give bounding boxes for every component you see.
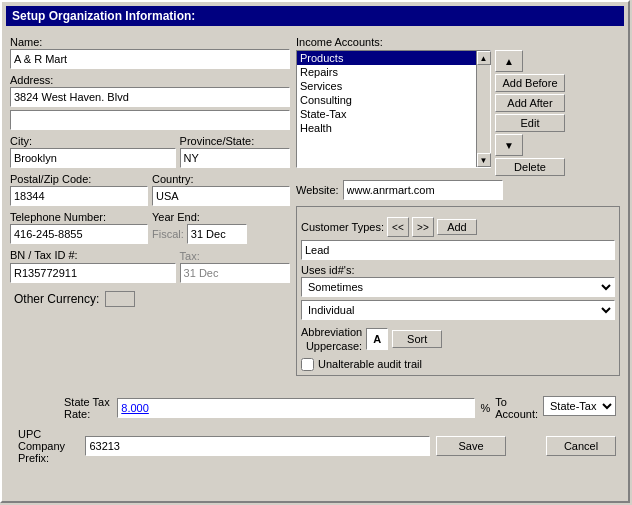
income-accounts-section: Income Accounts: Products Repairs Servic… — [296, 36, 620, 176]
income-buttons: ▲ Add Before Add After Edit ▼ Delete — [495, 50, 565, 176]
tax-date-input[interactable] — [180, 263, 290, 283]
telephone-yearend-group: Telephone Number: Year End: Fiscal: — [10, 211, 290, 244]
customer-types-label: Customer Types: — [301, 221, 384, 233]
bn-input[interactable] — [10, 263, 176, 283]
move-down-button[interactable]: ▼ — [495, 134, 523, 156]
scroll-track — [477, 65, 490, 153]
address1-input[interactable] — [10, 87, 290, 107]
state-tax-label: State Tax Rate: — [64, 396, 112, 420]
website-row: Website: — [296, 180, 620, 200]
title-bar: Setup Organization Information: — [6, 6, 624, 26]
to-account-select[interactable]: State-Tax Products Repairs Services — [543, 396, 616, 416]
list-item[interactable]: Health — [297, 121, 476, 135]
add-after-button[interactable]: Add After — [495, 94, 565, 112]
other-currency-label: Other Currency: — [14, 292, 99, 306]
country-label: Country: — [152, 173, 290, 185]
move-up-button[interactable]: ▲ — [495, 50, 523, 72]
add-before-button[interactable]: Add Before — [495, 74, 565, 92]
scroll-up-arrow[interactable]: ▲ — [477, 51, 491, 65]
customer-type-next-button[interactable]: >> — [412, 217, 434, 237]
address-label: Address: — [10, 74, 290, 86]
type-select[interactable]: Individual Business — [301, 300, 615, 320]
main-dialog: Setup Organization Information: Name: Ad… — [0, 0, 630, 503]
right-column: Income Accounts: Products Repairs Servic… — [296, 36, 620, 376]
customer-type-prev-button[interactable]: << — [387, 217, 409, 237]
abbreviation-value[interactable]: A — [366, 328, 388, 350]
edit-button[interactable]: Edit — [495, 114, 565, 132]
percent-sign: % — [480, 402, 490, 414]
customer-types-row: Customer Types: << >> Add — [301, 217, 615, 237]
abbreviation-row: AbbreviationUppercase: A Sort — [301, 325, 615, 354]
listbox-scrollbar: ▲ ▼ — [476, 51, 490, 167]
postal-country-group: Postal/Zip Code: Country: — [10, 173, 290, 206]
abbreviation-label: AbbreviationUppercase: — [301, 325, 362, 354]
list-item[interactable]: Products — [297, 51, 476, 65]
city-province-labels: City: Province/State: — [10, 135, 290, 148]
bn-label: BN / Tax ID #: — [10, 249, 176, 261]
postal-input[interactable] — [10, 186, 148, 206]
name-label: Name: — [10, 36, 290, 48]
income-listbox: Products Repairs Services Consulting Sta… — [296, 50, 491, 168]
tax-label: Tax: — [180, 250, 200, 262]
income-accounts-label: Income Accounts: — [296, 36, 620, 48]
sort-button[interactable]: Sort — [392, 330, 442, 348]
list-item[interactable]: Consulting — [297, 93, 476, 107]
telephone-label: Telephone Number: — [10, 211, 148, 223]
fiscal-input[interactable] — [187, 224, 247, 244]
uses-id-label: Uses id#'s: — [301, 264, 615, 276]
content-area: Name: Address: City: Province/State: — [6, 32, 624, 380]
province-input[interactable] — [180, 148, 290, 168]
unalterable-checkbox[interactable] — [301, 358, 314, 371]
province-label: Province/State: — [180, 135, 290, 147]
customer-types-panel: Customer Types: << >> Add Uses id#'s: So… — [296, 206, 620, 376]
bottom-section: State Tax Rate: % To Account: State-Tax … — [6, 388, 624, 464]
left-column: Name: Address: City: Province/State: — [10, 36, 290, 376]
city-province-inputs — [10, 148, 290, 168]
upc-row: UPC Company Prefix: Save Cancel — [14, 428, 616, 464]
save-button[interactable]: Save — [436, 436, 506, 456]
upc-label: UPC Company Prefix: — [18, 428, 79, 464]
tax-rate-row: State Tax Rate: % To Account: State-Tax … — [14, 396, 616, 420]
dialog-title: Setup Organization Information: — [12, 9, 195, 23]
city-province-group: City: Province/State: — [10, 135, 290, 168]
name-group: Name: — [10, 36, 290, 69]
unalterable-checkbox-row: Unalterable audit trail — [301, 358, 615, 371]
delete-button[interactable]: Delete — [495, 158, 565, 176]
state-tax-input[interactable] — [117, 398, 475, 418]
uses-id-select[interactable]: Sometimes Always Never — [301, 277, 615, 297]
name-input[interactable] — [10, 49, 290, 69]
city-label: City: — [10, 135, 176, 147]
lead-input[interactable] — [301, 240, 615, 260]
customer-type-add-button[interactable]: Add — [437, 219, 477, 235]
to-account-label: To Account: — [495, 396, 538, 420]
list-item[interactable]: Services — [297, 79, 476, 93]
website-input[interactable] — [343, 180, 503, 200]
address-group: Address: — [10, 74, 290, 130]
website-label: Website: — [296, 184, 339, 196]
list-item[interactable]: State-Tax — [297, 107, 476, 121]
bn-tax-group: BN / Tax ID #: Tax: — [10, 249, 290, 283]
scroll-down-arrow[interactable]: ▼ — [477, 153, 491, 167]
other-currency-row: Other Currency: — [10, 291, 290, 307]
country-input[interactable] — [152, 186, 290, 206]
cancel-button[interactable]: Cancel — [546, 436, 616, 456]
address2-input[interactable] — [10, 110, 290, 130]
list-item[interactable]: Repairs — [297, 65, 476, 79]
yearend-label: Year End: — [152, 211, 290, 223]
postal-label: Postal/Zip Code: — [10, 173, 148, 185]
upc-input[interactable] — [85, 436, 430, 456]
fiscal-label: Fiscal: — [152, 228, 184, 240]
unalterable-label: Unalterable audit trail — [318, 358, 422, 370]
color-picker[interactable] — [105, 291, 135, 307]
city-input[interactable] — [10, 148, 176, 168]
telephone-input[interactable] — [10, 224, 148, 244]
